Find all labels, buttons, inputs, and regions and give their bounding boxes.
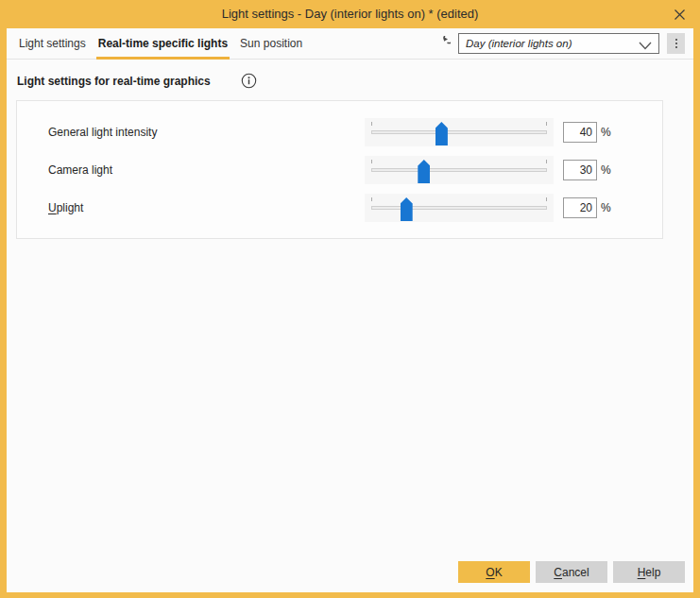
value-input-camera-light[interactable] xyxy=(563,160,597,180)
slider-camera-light[interactable] xyxy=(365,156,554,184)
cancel-button[interactable]: Cancel xyxy=(536,561,607,583)
light-settings-dialog: Light settings - Day (interior lights on… xyxy=(0,0,700,598)
unit-label: % xyxy=(601,126,611,139)
titlebar: Light settings - Day (interior lights on… xyxy=(7,0,693,28)
footer-buttons: OK Cancel Help xyxy=(458,561,685,583)
slider-track xyxy=(371,168,547,172)
slider-tick-max xyxy=(546,197,547,201)
slider-label-text: Camera light xyxy=(48,163,112,177)
tab-light-settings[interactable]: Light settings xyxy=(17,28,88,59)
help-button[interactable]: Help xyxy=(613,561,685,583)
slider-row: Uplight % xyxy=(17,189,662,227)
slider-label-text: plight xyxy=(57,201,84,214)
slider-label: General light intensity xyxy=(48,126,365,139)
slider-tick-max xyxy=(546,122,547,126)
value-input-uplight[interactable] xyxy=(563,197,597,218)
info-icon[interactable] xyxy=(241,73,257,89)
unit-label: % xyxy=(601,163,611,177)
ok-button-mnemonic: O xyxy=(486,566,494,579)
slider-uplight[interactable] xyxy=(365,194,554,222)
slider-label: Uplight xyxy=(48,201,365,214)
ok-button[interactable]: OK xyxy=(458,561,530,583)
dialog-content: Light settings Real-time specific lights… xyxy=(7,28,693,592)
slider-track xyxy=(371,206,547,210)
dialog-title: Light settings - Day (interior lights on… xyxy=(222,7,479,21)
slider-row: General light intensity % xyxy=(17,113,662,151)
slider-tick-min xyxy=(371,160,372,163)
tab-label: Real-time specific lights xyxy=(98,37,228,50)
slider-row: Camera light % xyxy=(17,151,662,189)
tab-label: Light settings xyxy=(19,37,86,50)
slider-label-text: General light intensity xyxy=(48,126,157,139)
tab-real-time-specific-lights[interactable]: Real-time specific lights xyxy=(96,28,230,59)
toolbar-right: Day (interior lights on) xyxy=(435,28,693,59)
tab-sun-position[interactable]: Sun position xyxy=(238,28,304,59)
ok-button-label: K xyxy=(495,566,503,579)
slider-tick-min xyxy=(371,197,372,201)
slider-tick-min xyxy=(371,122,372,126)
cancel-button-label: ancel xyxy=(562,566,589,579)
preset-dropdown-value: Day (interior lights on) xyxy=(466,38,572,49)
slider-tick-max xyxy=(546,160,547,163)
refresh-icon[interactable] xyxy=(435,36,451,52)
slider-general-light-intensity[interactable] xyxy=(365,118,554,146)
slider-track xyxy=(371,130,547,134)
value-input-general-light-intensity[interactable] xyxy=(563,122,597,143)
section-header: Light settings for real-time graphics xyxy=(17,73,693,89)
sliders-panel: General light intensity % Camera light xyxy=(16,100,663,239)
unit-label: % xyxy=(601,201,611,214)
slider-label-mnemonic: U xyxy=(48,201,57,214)
slider-thumb[interactable] xyxy=(401,197,413,221)
chevron-down-icon xyxy=(639,41,652,52)
preset-dropdown[interactable]: Day (interior lights on) xyxy=(458,33,659,54)
cancel-button-mnemonic: C xyxy=(554,566,562,579)
tab-bar: Light settings Real-time specific lights… xyxy=(7,28,693,60)
kebab-menu-button[interactable] xyxy=(667,33,685,54)
tab-label: Sun position xyxy=(240,37,302,50)
close-icon[interactable] xyxy=(672,7,688,23)
slider-thumb[interactable] xyxy=(418,160,430,183)
slider-thumb[interactable] xyxy=(435,122,448,145)
section-heading: Light settings for real-time graphics xyxy=(17,75,211,88)
help-button-label: elp xyxy=(645,566,660,579)
slider-label: Camera light xyxy=(48,163,365,177)
